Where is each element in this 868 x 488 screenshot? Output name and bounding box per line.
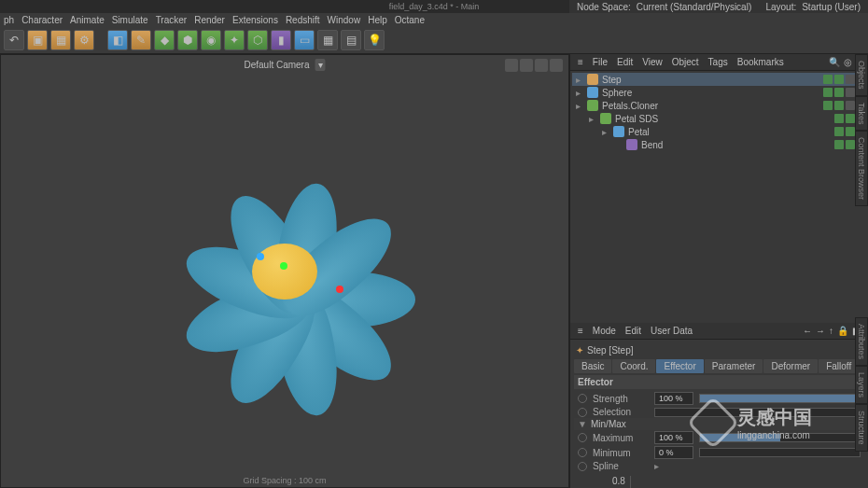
vp-nav-icon[interactable]: [535, 59, 548, 72]
object-row[interactable]: ▸Petal SDS: [572, 112, 866, 125]
visibility-render-toggle[interactable]: [846, 114, 855, 123]
tool-effector-icon[interactable]: ✦: [224, 30, 245, 50]
tool-generator-icon[interactable]: ◆: [154, 30, 175, 50]
strength-anim-toggle[interactable]: [578, 394, 587, 403]
visibility-editor-toggle[interactable]: [823, 75, 833, 84]
tool-scene-icon[interactable]: ▮: [271, 30, 291, 50]
search-icon[interactable]: 🔍: [829, 57, 840, 67]
spline-disclosure-icon[interactable]: ▸: [654, 461, 662, 471]
visibility-editor-toggle[interactable]: [823, 101, 833, 110]
disclosure-icon[interactable]: ▸: [589, 114, 596, 124]
visibility-render-toggle[interactable]: [846, 140, 855, 149]
side-tab-structure[interactable]: Structure: [855, 404, 868, 452]
object-name[interactable]: Bend: [641, 140, 663, 150]
hamburger-icon[interactable]: ≡: [578, 326, 583, 336]
panel-menu-edit[interactable]: Edit: [617, 57, 633, 67]
spline-anim-toggle[interactable]: [578, 462, 587, 471]
minimum-anim-toggle[interactable]: [578, 448, 587, 457]
menu-help[interactable]: Help: [368, 15, 387, 25]
gizmo-z-icon[interactable]: [257, 253, 264, 260]
gizmo-y-icon[interactable]: [280, 262, 287, 270]
minimum-input[interactable]: [654, 446, 693, 459]
object-name[interactable]: Petal: [628, 127, 650, 137]
attr-menu-mode[interactable]: Mode: [593, 326, 616, 336]
nav-fwd-icon[interactable]: →: [816, 326, 825, 336]
visibility-render-toggle[interactable]: [846, 127, 855, 136]
menu-render[interactable]: Render: [194, 15, 225, 25]
strength-input[interactable]: [654, 392, 693, 405]
nav-up-icon[interactable]: ↑: [829, 326, 833, 336]
camera-dropdown-icon[interactable]: ▾: [315, 59, 326, 71]
visibility-render-toggle[interactable]: [834, 75, 844, 84]
tool-undo-icon[interactable]: ↶: [4, 30, 24, 50]
visibility-render-toggle[interactable]: [834, 101, 844, 110]
tag-icon[interactable]: [846, 75, 855, 84]
object-row[interactable]: ▸Sphere: [572, 86, 866, 99]
visibility-editor-toggle[interactable]: [834, 140, 844, 149]
vp-nav-icon[interactable]: [505, 59, 518, 72]
visibility-editor-toggle[interactable]: [834, 127, 844, 136]
tool-grid-icon[interactable]: ▦: [317, 30, 338, 50]
strength-slider[interactable]: [699, 394, 861, 403]
tool-render-settings-icon[interactable]: ⚙: [74, 30, 94, 50]
panel-menu-object[interactable]: Object: [672, 57, 699, 67]
panel-menu-tags[interactable]: Tags: [708, 57, 728, 67]
nav-back-icon[interactable]: ←: [803, 326, 812, 336]
menu-ph[interactable]: ph: [4, 15, 14, 25]
hamburger-icon[interactable]: ≡: [578, 57, 583, 67]
attr-menu-edit[interactable]: Edit: [625, 326, 641, 336]
node-space-value[interactable]: Current (Standard/Physical): [637, 2, 751, 12]
object-row[interactable]: ▸Petal: [572, 125, 866, 138]
tool-render-region-icon[interactable]: ▦: [50, 30, 71, 50]
disclosure-icon[interactable]: ▸: [602, 127, 609, 137]
menu-tracker[interactable]: Tracker: [156, 15, 188, 25]
tool-cloner-icon[interactable]: ⬢: [177, 30, 198, 50]
object-manager[interactable]: ▸Step▸Sphere▸Petals.Cloner▸Petal SDS▸Pet…: [570, 71, 868, 323]
vp-nav-icon[interactable]: [520, 59, 533, 72]
minimum-slider[interactable]: [699, 448, 861, 457]
visibility-editor-toggle[interactable]: [823, 88, 833, 97]
side-tab-layers[interactable]: Layers: [855, 366, 868, 404]
panel-menu-view[interactable]: View: [642, 57, 663, 67]
visibility-editor-toggle[interactable]: [834, 114, 844, 123]
lock-icon[interactable]: 🔒: [837, 326, 848, 336]
menu-simulate[interactable]: Simulate: [112, 15, 148, 25]
maximum-input[interactable]: [654, 431, 693, 444]
disclosure-icon[interactable]: ▸: [576, 101, 583, 111]
tool-light-icon[interactable]: 💡: [364, 30, 385, 50]
spline-graph[interactable]: 0.8 0.4: [630, 476, 846, 488]
object-row[interactable]: Bend: [572, 138, 866, 151]
disclosure-icon[interactable]: ▸: [576, 88, 583, 98]
attr-menu-userdata[interactable]: User Data: [651, 326, 693, 336]
side-tab-objects[interactable]: Objects: [855, 54, 868, 96]
tool-field-icon[interactable]: ◉: [201, 30, 221, 50]
attr-tab-effector[interactable]: Effector: [656, 359, 703, 373]
object-name[interactable]: Step: [602, 75, 622, 85]
attr-tab-deformer[interactable]: Deformer: [763, 359, 818, 373]
tool-render-icon[interactable]: ▣: [27, 30, 48, 50]
tool-cube-icon[interactable]: ◧: [107, 30, 128, 50]
side-tab-takes[interactable]: Takes: [855, 96, 868, 132]
object-row[interactable]: ▸Step: [572, 73, 866, 86]
object-name[interactable]: Petal SDS: [615, 114, 658, 124]
disclosure-icon[interactable]: ▸: [576, 75, 583, 85]
selection-anim-toggle[interactable]: [578, 408, 587, 417]
tag-icon[interactable]: [846, 88, 855, 97]
tool-camera-icon[interactable]: ▭: [294, 30, 315, 50]
eye-icon[interactable]: ◎: [844, 57, 852, 67]
viewport[interactable]: Default Camera ▾ Grid Spac: [0, 54, 569, 488]
attr-tab-basic[interactable]: Basic: [574, 359, 611, 373]
layout-value[interactable]: Startup (User): [802, 2, 861, 12]
gizmo-x-icon[interactable]: [336, 286, 343, 293]
menu-redshift[interactable]: Redshift: [286, 15, 320, 25]
panel-menu-bookmarks[interactable]: Bookmarks: [737, 57, 784, 67]
attr-tab-parameter[interactable]: Parameter: [705, 359, 763, 373]
menu-extensions[interactable]: Extensions: [232, 15, 278, 25]
tag-icon[interactable]: [846, 101, 855, 110]
tool-floor-icon[interactable]: ▤: [341, 30, 361, 50]
maximum-anim-toggle[interactable]: [578, 433, 587, 442]
object-name[interactable]: Petals.Cloner: [602, 101, 658, 111]
tool-pen-icon[interactable]: ✎: [131, 30, 151, 50]
visibility-render-toggle[interactable]: [834, 88, 844, 97]
minmax-disclosure-icon[interactable]: ▼: [578, 419, 585, 429]
